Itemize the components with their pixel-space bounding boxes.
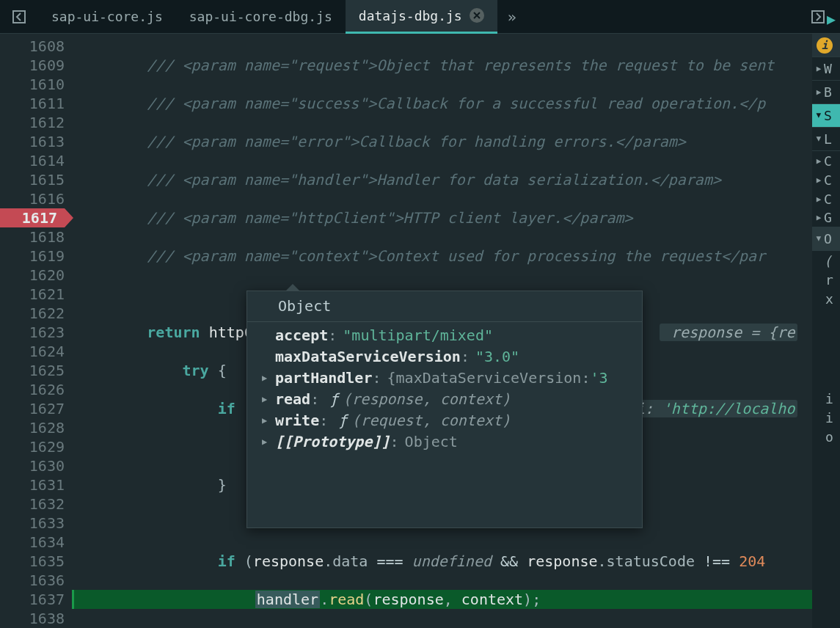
svg-rect-1 <box>812 11 824 23</box>
sp-row-o[interactable]: ▶O <box>812 227 840 251</box>
sp-sub: i <box>812 408 840 427</box>
sp-row-c1[interactable]: ▶C <box>812 151 840 170</box>
line-number[interactable]: 1618 <box>0 227 65 247</box>
tab-label: sap-ui-core.js <box>51 9 163 24</box>
line-number[interactable]: 1633 <box>0 514 65 533</box>
code-line: if (response.data === undefined && respo… <box>72 552 840 571</box>
line-number[interactable]: 1627 <box>0 399 65 418</box>
line-number[interactable]: 1632 <box>0 494 65 514</box>
next-tab-icon <box>811 10 825 24</box>
line-number[interactable]: 1619 <box>0 247 65 266</box>
expand-icon[interactable]: ▶ <box>262 368 275 389</box>
line-number[interactable]: 1621 <box>0 285 65 304</box>
line-number[interactable]: 1620 <box>0 266 65 285</box>
sp-row-l[interactable]: ▶L <box>812 128 840 151</box>
tab-label: sap-ui-core-dbg.js <box>189 9 332 24</box>
tooltip-arrow <box>285 284 300 291</box>
sp-row-s[interactable]: ▶S <box>812 104 840 128</box>
sp-sub: i <box>812 389 840 408</box>
sp-sub: r <box>812 270 840 289</box>
line-number[interactable]: 1611 <box>0 94 65 113</box>
sp-row-c3[interactable]: ▶C <box>812 189 840 208</box>
comment: /// <param name="request">Object that re… <box>76 56 774 74</box>
exec-line: handler.read(response, context); <box>72 590 840 609</box>
comment: /// <param name="error">Callback for han… <box>76 133 686 150</box>
line-number[interactable]: 1614 <box>0 151 65 170</box>
prop-read[interactable]: ▶read:ƒ(response, context) <box>256 389 633 410</box>
debug-sidepanel[interactable]: i ▶W ▶B ▶S ▶L ▶C ▶C ▶C ▶G ▶O ( r x i i o <box>812 34 840 628</box>
comment: /// <param name="success">Callback for a… <box>76 95 765 112</box>
line-number[interactable]: 1622 <box>0 304 65 323</box>
expand-icon[interactable]: ▶ <box>262 389 275 410</box>
prop-partHandler[interactable]: ▶partHandler:{maxDataServiceVersion: '3 <box>256 368 633 389</box>
line-number[interactable]: 1631 <box>0 475 65 494</box>
line-number[interactable]: 1609 <box>0 56 65 75</box>
tab-label: datajs-dbg.js <box>359 8 462 23</box>
prop-maxDataServiceVersion[interactable]: maxDataServiceVersion:"3.0" <box>256 346 633 368</box>
sp-row-w[interactable]: ▶W <box>812 57 840 81</box>
line-number[interactable]: 1628 <box>0 418 65 437</box>
comment: /// <param name="handler">Handler for da… <box>76 171 721 189</box>
line-number[interactable]: 1635 <box>0 552 65 571</box>
comment: /// <param name="httpClient">HTTP client… <box>76 209 633 227</box>
run-icon[interactable]: ▶ <box>827 10 836 28</box>
line-number[interactable]: 1613 <box>0 132 65 151</box>
sp-row-g[interactable]: ▶G <box>812 208 840 227</box>
tabs-bar: sap-ui-core.js sap-ui-core-dbg.js datajs… <box>0 0 840 34</box>
line-gutter: 1608160916101611161216131614161516161617… <box>0 34 72 628</box>
line-number[interactable]: 1630 <box>0 456 65 475</box>
close-icon <box>473 12 481 19</box>
line-number[interactable]: 1638 <box>0 609 65 628</box>
line-number[interactable]: 1608 <box>0 37 65 56</box>
tab-sap-ui-core[interactable]: sap-ui-core.js <box>38 0 176 34</box>
tab-datajs-dbg[interactable]: datajs-dbg.js <box>346 0 497 34</box>
prop-write[interactable]: ▶write:ƒ(request, context) <box>256 410 633 431</box>
prop-prototype[interactable]: ▶[[Prototype]]:Object <box>256 431 633 453</box>
line-number[interactable]: 1637 <box>0 590 65 609</box>
info-row[interactable]: i <box>812 34 840 57</box>
line-number[interactable]: 1610 <box>0 75 65 94</box>
line-number[interactable]: 1625 <box>0 361 65 380</box>
line-number[interactable]: 1629 <box>0 437 65 456</box>
value-tooltip: Object accept:"multipart/mixed" maxDataS… <box>246 291 643 528</box>
tooltip-title: Object <box>247 291 642 322</box>
close-tab-button[interactable] <box>470 8 484 23</box>
tab-sap-ui-core-dbg[interactable]: sap-ui-core-dbg.js <box>176 0 346 34</box>
sp-row-b[interactable]: ▶B <box>812 81 840 104</box>
line-number[interactable]: 1636 <box>0 571 65 590</box>
inline-value: response = {re <box>660 324 798 341</box>
expand-icon[interactable]: ▶ <box>262 431 275 453</box>
comment: /// <param name="context">Context used f… <box>76 247 765 265</box>
expand-icon[interactable]: ▶ <box>262 410 275 431</box>
tabs-prev-button[interactable] <box>6 4 32 30</box>
tooltip-body: accept:"multipart/mixed" maxDataServiceV… <box>247 322 642 527</box>
info-icon: i <box>817 37 833 54</box>
prop-accept[interactable]: accept:"multipart/mixed" <box>256 325 633 346</box>
line-number[interactable]: 1626 <box>0 380 65 399</box>
breakpoint-line-number[interactable]: 1617 <box>0 208 65 227</box>
line-number[interactable]: 1612 <box>0 113 65 132</box>
svg-rect-0 <box>13 11 25 23</box>
line-number[interactable]: 1615 <box>0 170 65 189</box>
prev-tab-icon <box>12 10 26 24</box>
line-number[interactable]: 1634 <box>0 533 65 552</box>
line-number[interactable]: 1624 <box>0 342 65 361</box>
line-number[interactable]: 1616 <box>0 189 65 208</box>
sp-row-c2[interactable]: ▶C <box>812 170 840 189</box>
sp-sub: o <box>812 427 840 446</box>
sp-sub: x <box>812 289 840 308</box>
tabs-overflow-button[interactable]: » <box>497 8 527 26</box>
sp-sub: ( <box>812 251 840 270</box>
line-number[interactable]: 1623 <box>0 323 65 342</box>
